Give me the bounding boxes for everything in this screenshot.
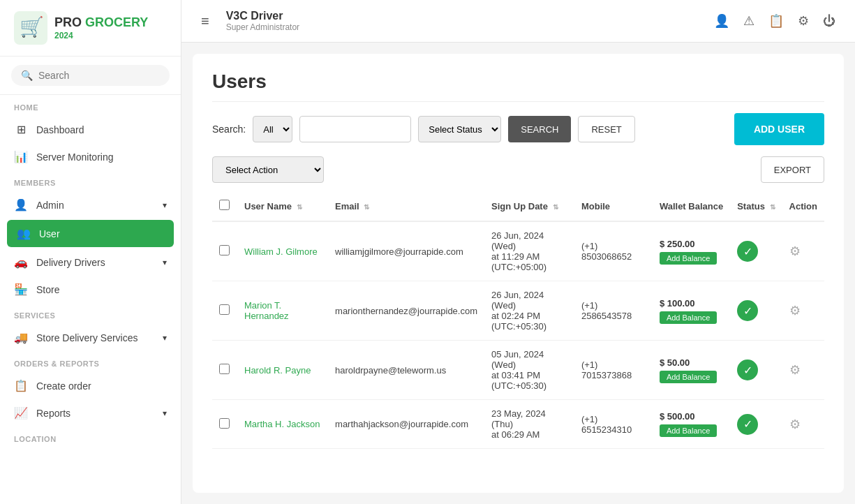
search-box[interactable]: 🔍 xyxy=(11,65,170,86)
sidebar-item-dashboard[interactable]: ⊞ Dashboard xyxy=(0,116,181,143)
reports-icon: 📈 xyxy=(14,406,28,420)
row-mobile: (+1) 8503068652 xyxy=(574,221,653,281)
wallet-amount: $ 250.00 xyxy=(660,239,723,249)
logo-icon: 🛒 xyxy=(14,11,47,45)
section-location: LOCATION xyxy=(0,427,181,447)
row-email: haroldrpayne@teleworm.us xyxy=(328,341,484,400)
row-status: ✓ xyxy=(730,341,782,400)
settings-icon[interactable]: ⚙ xyxy=(798,13,809,29)
status-active-icon: ✓ xyxy=(737,414,758,435)
col-mobile: Mobile xyxy=(574,191,653,221)
wallet-amount: $ 50.00 xyxy=(660,357,723,368)
table-row: Harold R. Payne haroldrpayne@teleworm.us… xyxy=(212,341,824,400)
user-name-link[interactable]: Harold R. Payne xyxy=(244,365,311,376)
select-all-checkbox[interactable] xyxy=(219,200,230,210)
sidebar-item-server-monitoring[interactable]: 📊 Server Monitoring xyxy=(0,143,181,170)
reset-button[interactable]: RESET xyxy=(578,116,634,142)
add-balance-button[interactable]: Add Balance xyxy=(660,311,717,324)
row-action: ⚙ xyxy=(782,400,824,449)
logo-year: 2024 xyxy=(54,31,148,40)
user-name-link[interactable]: Marion T. Hernandez xyxy=(244,300,289,321)
row-email: marionthernandez@jourrapide.com xyxy=(328,281,484,341)
col-wallet: Wallet Balance xyxy=(653,191,730,221)
sidebar-logo: 🛒 PRO GROCERY 2024 xyxy=(0,0,181,57)
row-status: ✓ xyxy=(730,400,782,449)
row-mobile: (+1) 2586543578 xyxy=(574,281,653,341)
sidebar-item-delivery-drivers[interactable]: 🚗 Delivery Drivers ▾ xyxy=(0,249,181,276)
col-action: Action xyxy=(782,191,824,221)
app-subtitle: Super Administrator xyxy=(226,22,703,32)
filter-type-select[interactable]: All xyxy=(253,116,292,142)
action-gear-icon[interactable]: ⚙ xyxy=(789,304,801,318)
row-checkbox-cell xyxy=(212,221,237,281)
row-checkbox-cell xyxy=(212,400,237,449)
filter-status-select[interactable]: Select Status xyxy=(418,116,501,142)
user-name-link[interactable]: Martha H. Jackson xyxy=(244,419,320,429)
sidebar-item-create-order[interactable]: 📋 Create order xyxy=(0,372,181,399)
filter-bar: Search: All Select Status SEARCH RESET A… xyxy=(212,113,824,145)
sort-icon: ⇅ xyxy=(297,203,302,211)
section-services: SERVICES xyxy=(0,303,181,324)
status-active-icon: ✓ xyxy=(737,300,758,321)
server-monitoring-icon: 📊 xyxy=(14,150,28,163)
user-name-link[interactable]: William J. Gilmore xyxy=(244,246,318,257)
chevron-down-icon: ▾ xyxy=(163,408,167,418)
power-icon[interactable]: ⏻ xyxy=(823,14,835,29)
add-balance-button[interactable]: Add Balance xyxy=(660,252,717,265)
table-row: Marion T. Hernandez marionthernandez@jou… xyxy=(212,281,824,341)
sidebar-item-user[interactable]: 👥 User xyxy=(7,220,174,247)
sidebar-item-store-delivery-services[interactable]: 🚚 Store Delivery Services ▾ xyxy=(0,324,181,351)
row-wallet: $ 500.00 Add Balance xyxy=(653,400,730,449)
user-profile-icon[interactable]: 👤 xyxy=(714,13,729,29)
add-balance-button[interactable]: Add Balance xyxy=(660,371,717,383)
chevron-down-icon: ▾ xyxy=(163,200,167,210)
row-action: ⚙ xyxy=(782,281,824,341)
action-bar: Select Action EXPORT xyxy=(212,156,824,183)
filter-search-input[interactable] xyxy=(299,116,411,142)
search-input[interactable] xyxy=(38,70,160,81)
page-title: Users xyxy=(212,71,824,102)
create-order-icon: 📋 xyxy=(14,379,28,392)
sidebar-item-admin[interactable]: 👤 Admin ▾ xyxy=(0,191,181,218)
row-signup-date: 23 May, 2024 (Thu) at 06:29 AM xyxy=(484,400,574,449)
action-gear-icon[interactable]: ⚙ xyxy=(789,417,801,431)
sidebar-search-container: 🔍 xyxy=(0,57,181,95)
row-wallet: $ 100.00 Add Balance xyxy=(653,281,730,341)
sort-icon: ⇅ xyxy=(770,203,775,211)
row-username: Martha H. Jackson xyxy=(237,400,328,449)
logo-grocery: GROCERY xyxy=(85,15,148,29)
dashboard-icon: ⊞ xyxy=(14,123,28,136)
row-checkbox[interactable] xyxy=(219,418,230,429)
menu-icon[interactable]: ≡ xyxy=(201,13,209,29)
section-orders-reports: ORDERS & REPORTS xyxy=(0,351,181,372)
sidebar: 🛒 PRO GROCERY 2024 🔍 HOME ⊞ Dashboard 📊 … xyxy=(0,0,181,504)
action-gear-icon[interactable]: ⚙ xyxy=(789,363,801,377)
wallet-amount: $ 100.00 xyxy=(660,298,723,309)
logo-text: PRO GROCERY 2024 xyxy=(54,15,148,40)
row-checkbox-cell xyxy=(212,341,237,400)
filter-label: Search: xyxy=(212,124,246,135)
notes-icon[interactable]: 📋 xyxy=(768,13,784,29)
export-button[interactable]: EXPORT xyxy=(761,156,824,183)
sidebar-item-label: Store Delivery Services xyxy=(36,332,138,343)
row-checkbox[interactable] xyxy=(219,245,230,255)
section-home: HOME xyxy=(0,95,181,116)
sidebar-item-store[interactable]: 🏪 Store xyxy=(0,276,181,303)
alert-icon[interactable]: ⚠ xyxy=(743,13,754,29)
col-username: User Name ⇅ xyxy=(237,191,328,221)
row-checkbox[interactable] xyxy=(219,364,230,374)
sidebar-item-reports[interactable]: 📈 Reports ▾ xyxy=(0,399,181,427)
row-wallet: $ 250.00 Add Balance xyxy=(653,221,730,281)
row-checkbox-cell xyxy=(212,281,237,341)
action-select[interactable]: Select Action xyxy=(212,156,324,183)
add-balance-button[interactable]: Add Balance xyxy=(660,424,717,437)
content-area: Users Search: All Select Status SEARCH R… xyxy=(193,54,844,493)
sidebar-item-label: Server Monitoring xyxy=(36,151,114,163)
add-user-button[interactable]: ADD USER xyxy=(734,113,824,145)
action-gear-icon[interactable]: ⚙ xyxy=(789,244,801,258)
store-icon: 🏪 xyxy=(14,283,28,296)
row-username: William J. Gilmore xyxy=(237,221,328,281)
search-button[interactable]: SEARCH xyxy=(508,116,571,142)
row-checkbox[interactable] xyxy=(219,304,230,315)
col-email: Email ⇅ xyxy=(328,191,484,221)
